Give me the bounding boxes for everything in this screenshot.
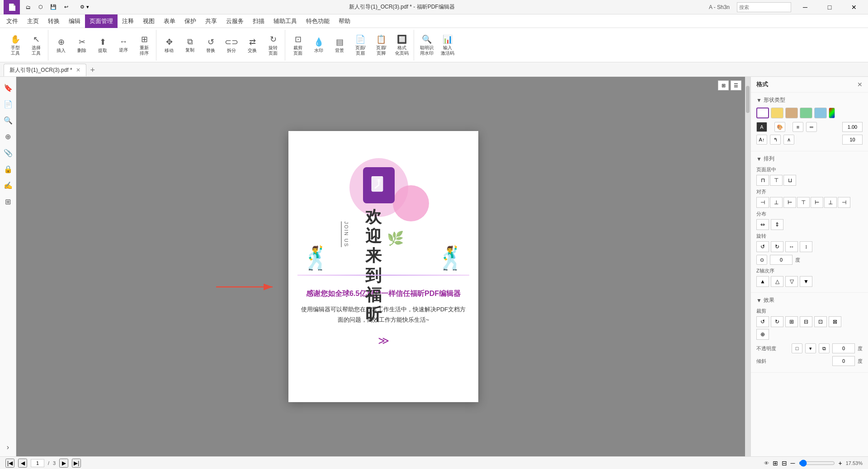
clip-btn-2[interactable]: ↻ [771,316,783,327]
sidebar-attach-icon[interactable]: 📎 [1,145,15,160]
color-green[interactable] [800,108,812,118]
tab-close-button[interactable]: ✕ [76,67,80,73]
align-btn-3[interactable]: ⊢ [783,197,796,208]
reverse-button[interactable]: ↔ 逆序 [113,32,133,59]
barcode-button[interactable]: 📊 输入激活码 [438,32,458,59]
fit-width-button[interactable]: ⊟ [782,460,787,467]
color-white[interactable] [756,108,769,118]
sidebar-compare-icon[interactable]: ⊞ [1,194,15,209]
hand-tool-button[interactable]: ✋ 手型工具 [5,32,25,59]
align-btn-5[interactable]: ⊢ [811,197,823,208]
opacity-dropdown-btn[interactable]: ▾ [805,343,816,353]
extract-button[interactable]: ⬆ 提取 [93,32,113,59]
shape-style-button[interactable]: A↑ [756,135,767,145]
fit-page-button[interactable]: ⊞ [773,460,778,467]
sidebar-sign-icon[interactable]: ✍ [1,178,15,192]
menu-cloud[interactable]: 云服务 [222,14,248,28]
prev-page-button[interactable]: ◀ [18,459,27,468]
replace-button[interactable]: ↺ 替换 [201,32,221,59]
format-page-num-button[interactable]: 🔲 格式化页码 [392,32,412,59]
split-button[interactable]: ⊂⊃ 拆分 [222,32,241,59]
flip-h-btn[interactable]: ↔ [785,241,798,252]
sidebar-pages-icon[interactable]: 📄 [1,97,15,111]
scroll-thumb[interactable] [746,86,750,113]
panel-close-button[interactable]: ✕ [857,81,863,88]
delete-button[interactable]: ✂ 删除 [72,32,92,59]
menu-protect[interactable]: 保护 [180,14,201,28]
menu-tools[interactable]: 辅助工具 [269,14,302,28]
align-left-top[interactable]: ⊓ [756,175,769,186]
rotate-page-button[interactable]: ↻ 旋转页面 [263,32,283,59]
distribute-h-btn[interactable]: ⇔ [756,219,769,230]
clip-btn-6[interactable]: ⊠ [829,316,841,327]
sidebar-expand-icon[interactable]: › [1,440,15,455]
align-btn-7[interactable]: ⊣ [838,197,850,208]
vertical-scrollbar[interactable] [745,77,750,456]
insert-button[interactable]: ⊕ 插入 [51,32,71,59]
reorder-button[interactable]: ⊞ 重新排序 [134,32,154,59]
distribute-v-btn[interactable]: ⇕ [771,219,783,230]
copy-button[interactable]: ⧉ 复制 [180,32,200,59]
align-center-top[interactable]: ⊤ [770,175,783,186]
next-page-button[interactable]: ▶ [59,459,68,468]
color-yellow[interactable] [771,108,783,118]
select-tool-button[interactable]: ↖ 选择工具 [26,32,46,59]
clip-btn-4[interactable]: ⊟ [800,316,812,327]
toolbar-quick-btn2[interactable]: ⬡ [36,3,45,12]
tilt-input[interactable] [832,356,855,366]
align-btn-1[interactable]: ⊣ [756,197,769,208]
menu-home[interactable]: 主页 [23,14,43,28]
ocr-button[interactable]: 🔍 聪明识用水印 [417,32,437,59]
watermark-button[interactable]: 💧 水印 [309,32,329,59]
stroke-style-button[interactable]: ≡ [793,122,803,132]
sidebar-security-icon[interactable]: 🔒 [1,162,15,176]
toolbar-quick-btn4[interactable]: ↩ [61,3,71,12]
clip-btn-3[interactable]: ⊞ [785,316,798,327]
arrow-button[interactable]: ∧ [783,135,794,145]
toolbar-quick-btn[interactable]: 🗂 [24,3,33,12]
bring-forward-btn[interactable]: △ [771,276,783,287]
align-btn-2[interactable]: ⊥ [770,197,783,208]
bring-front-btn[interactable]: ▲ [756,276,769,287]
add-tab-button[interactable]: + [86,64,99,76]
menu-convert[interactable]: 转换 [43,14,64,28]
move-button[interactable]: ✥ 移动 [159,32,179,59]
maximize-button[interactable]: □ [819,0,840,14]
sidebar-search-icon[interactable]: 🔍 [1,113,15,127]
last-page-button[interactable]: ▶| [72,459,81,468]
fill-color2-button[interactable]: 🎨 [774,122,785,132]
menu-form[interactable]: 表单 [159,14,180,28]
menu-share[interactable]: 共享 [201,14,222,28]
document-tab[interactable]: 新人引导(1)_OCR(3).pdf * ✕ [4,64,86,76]
menu-file[interactable]: 文件 [2,14,23,28]
opacity-input[interactable] [832,343,855,353]
align-btn-4[interactable]: ⊤ [797,197,810,208]
color-more[interactable] [829,108,835,118]
corner-button[interactable]: ↰ [770,135,781,145]
close-button[interactable]: ✕ [844,0,864,14]
flip-v-btn[interactable]: ↕ [800,241,812,252]
sidebar-bookmark-icon[interactable]: 🔖 [1,80,15,95]
menu-help[interactable]: 帮助 [334,14,355,28]
minimize-button[interactable]: ─ [795,0,816,14]
rotate-left-btn[interactable]: ↺ [756,241,769,252]
fill-color-button[interactable]: A [756,122,767,132]
color-blue[interactable] [814,108,827,118]
crop-button[interactable]: ⊡ 裁剪页面 [288,32,308,59]
first-page-button[interactable]: |◀ [5,459,14,468]
list-view-button[interactable]: ☰ [731,80,741,90]
send-backward-btn[interactable]: ▽ [785,276,798,287]
rotate-angle-input[interactable] [770,255,793,265]
menu-features[interactable]: 特色功能 [302,14,334,28]
align-btn-6[interactable]: ⊥ [824,197,837,208]
rotate-right-btn[interactable]: ↻ [771,241,783,252]
menu-comment[interactable]: 注释 [118,14,138,28]
opacity-value-icon[interactable]: ⧉ [819,343,830,353]
align-right-top[interactable]: ⊔ [783,175,796,186]
exchange-button[interactable]: ⇄ 交换 [242,32,262,59]
zoom-in-button[interactable]: + [839,460,842,467]
menu-page-manage[interactable]: 页面管理 [85,14,118,28]
header-footer-button[interactable]: 📋 页眉/页脚 [371,32,391,59]
stroke-style2-button[interactable]: ═ [806,122,817,132]
thumbnail-view-button[interactable]: ⊞ [718,80,729,90]
